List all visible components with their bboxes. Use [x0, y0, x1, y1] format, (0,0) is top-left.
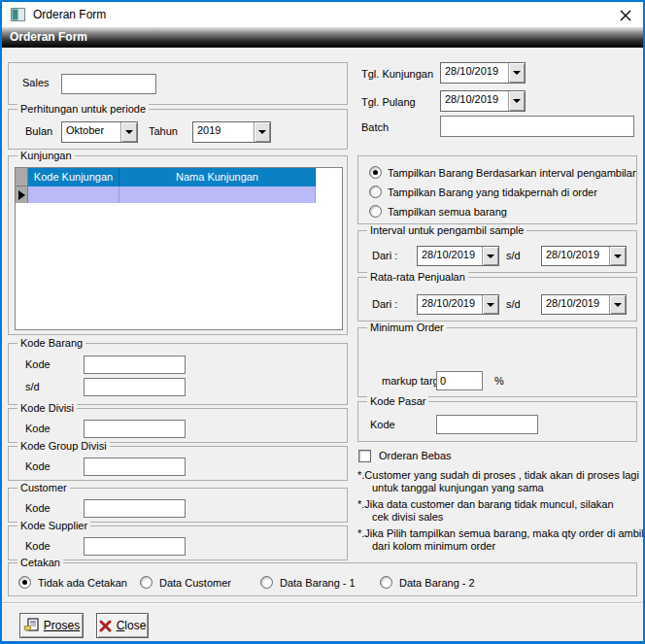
- close-icon[interactable]: [618, 8, 633, 23]
- grid-cell-nama[interactable]: [119, 186, 316, 203]
- radio-tampilkan-interval[interactable]: [369, 166, 382, 179]
- kode-group-divisi-group: Kode Group Divisi Kode: [8, 446, 348, 481]
- rata-rata-group: Rata-rata Penjualan Dari : 28/10/2019 s/…: [357, 277, 637, 322]
- kunjungan-group: Kunjungan Kode Kunjungan Nama Kunjungan: [8, 155, 348, 335]
- orderan-bebas-label[interactable]: Orderan Bebas: [379, 450, 452, 461]
- kode-group-divisi-kode-input[interactable]: [84, 458, 186, 476]
- kode-group-divisi-title: Kode Group Divisi: [17, 440, 110, 453]
- grid-row[interactable]: [16, 186, 342, 203]
- bulan-label: Bulan: [25, 125, 52, 137]
- customer-group: Customer Kode: [8, 488, 348, 523]
- tahun-select[interactable]: 2019: [192, 121, 271, 143]
- kode-pasar-title: Kode Pasar: [367, 395, 428, 408]
- tgl-kunjungan-dropdown-button[interactable]: [508, 63, 525, 83]
- radio-tampilkan-tidak-pernah-label[interactable]: Tampilkan Barang yang tidakpernah di ord…: [388, 186, 597, 198]
- note-line: *.Customer yang sudah di proses , tidak …: [357, 469, 639, 481]
- tgl-pulang-select[interactable]: 28/10/2019: [440, 90, 526, 112]
- chevron-down-icon: [125, 130, 133, 134]
- kode-divisi-kode-input[interactable]: [84, 420, 186, 438]
- kode-barang-sd-input[interactable]: [84, 378, 186, 396]
- chevron-down-icon: [487, 303, 494, 307]
- batch-input[interactable]: [440, 116, 634, 137]
- radio-data-customer-label[interactable]: Data Customer: [159, 577, 231, 589]
- rata-sd-label: s/d: [506, 298, 521, 310]
- interval-title: Interval untuk pengambil sample: [367, 224, 526, 237]
- chevron-down-icon: [614, 254, 622, 258]
- proses-button[interactable]: Proses: [19, 613, 84, 638]
- radio-tidak-ada-cetakan-label[interactable]: Tidak ada Cetakan: [38, 577, 127, 589]
- grid-corner-cell: [16, 168, 28, 186]
- tgl-kunjungan-select[interactable]: 28/10/2019: [440, 62, 526, 84]
- sales-group: Sales: [8, 62, 348, 105]
- percent-label: %: [494, 375, 504, 387]
- kode-barang-kode-label: Kode: [25, 358, 51, 370]
- grid-header-nama-kunjungan[interactable]: Nama Kunjungan: [119, 168, 316, 186]
- kode-pasar-kode-label: Kode: [370, 419, 395, 430]
- orderan-bebas-checkbox[interactable]: [358, 450, 371, 462]
- tampilkan-options-group: Tampilkan Barang Berdasarkan interval pe…: [357, 155, 637, 224]
- customer-kode-input[interactable]: [84, 499, 186, 518]
- kunjungan-grid[interactable]: Kode Kunjungan Nama Kunjungan: [15, 167, 343, 330]
- markup-target-input[interactable]: [436, 371, 483, 390]
- rata-rata-title: Rata-rata Penjualan: [367, 271, 468, 284]
- interval-dari-label: Dari :: [372, 250, 397, 261]
- radio-tampilkan-semua[interactable]: [369, 205, 382, 218]
- kode-supplier-kode-input[interactable]: [84, 537, 186, 556]
- interval-sd-dropdown-button[interactable]: [609, 247, 626, 265]
- tahun-dropdown-button[interactable]: [254, 122, 270, 142]
- kunjungan-title: Kunjungan: [17, 150, 75, 162]
- close-button-label: Close: [117, 619, 147, 632]
- radio-tidak-ada-cetakan[interactable]: [18, 576, 31, 589]
- kode-barang-title: Kode Barang: [17, 337, 85, 350]
- interval-dari-value: 28/10/2019: [418, 247, 482, 265]
- sales-label: Sales: [22, 77, 50, 88]
- orderan-form-window: Orderan Form Orderan Form Sales Perhitun…: [0, 0, 645, 644]
- cetakan-title: Cetakan: [17, 557, 63, 569]
- chevron-down-icon: [614, 303, 622, 307]
- kode-pasar-kode-input[interactable]: [436, 415, 538, 434]
- red-x-icon: [99, 620, 112, 632]
- radio-data-barang-2[interactable]: [380, 576, 392, 589]
- radio-tampilkan-semua-label[interactable]: Tampilkan semua barang: [388, 206, 507, 218]
- form-header-title: Orderan Form: [10, 27, 87, 48]
- footer-divider: [2, 602, 643, 604]
- grid-header-kode-kunjungan[interactable]: Kode Kunjungan: [28, 168, 119, 186]
- note-line: *.Jika Pilih tampilkan semua barang, mak…: [357, 527, 644, 539]
- chevron-down-icon: [513, 71, 521, 75]
- rata-dari-value: 28/10/2019: [418, 295, 482, 314]
- close-button[interactable]: Close: [96, 613, 149, 638]
- bulan-dropdown-button[interactable]: [120, 122, 137, 142]
- proses-button-label: Proses: [44, 619, 80, 632]
- radio-data-barang-2-label[interactable]: Data Barang - 2: [399, 577, 475, 589]
- minimum-order-title: Minimum Order: [367, 322, 447, 334]
- chevron-down-icon: [258, 130, 266, 134]
- bulan-select[interactable]: Oktober: [61, 121, 138, 143]
- radio-tampilkan-interval-label[interactable]: Tampilkan Barang Berdasarkan interval pe…: [388, 167, 637, 179]
- interval-sd-select[interactable]: 28/10/2019: [541, 246, 627, 266]
- rata-sd-dropdown-button[interactable]: [609, 295, 626, 314]
- kode-barang-kode-input[interactable]: [84, 356, 186, 374]
- radio-data-barang-1-label[interactable]: Data Barang - 1: [280, 577, 356, 589]
- rata-dari-dropdown-button[interactable]: [482, 295, 498, 314]
- chevron-down-icon: [513, 99, 521, 103]
- titlebar: Orderan Form: [2, 2, 643, 27]
- note-line: cek divisi sales: [372, 511, 443, 523]
- rata-sd-select[interactable]: 28/10/2019: [541, 294, 627, 315]
- radio-tampilkan-tidak-pernah[interactable]: [369, 186, 382, 198]
- radio-data-customer[interactable]: [140, 576, 153, 589]
- interval-dari-dropdown-button[interactable]: [482, 247, 498, 265]
- rata-dari-label: Dari :: [372, 298, 397, 310]
- sales-input[interactable]: [61, 74, 156, 94]
- interval-dari-select[interactable]: 28/10/2019: [417, 246, 499, 266]
- tahun-label: Tahun: [149, 125, 178, 137]
- grid-cell-kode[interactable]: [28, 186, 119, 203]
- minimum-order-group: Minimum Order markup target %: [357, 327, 637, 397]
- kode-group-divisi-kode-label: Kode: [25, 460, 51, 472]
- tgl-pulang-label: Tgl. Pulang: [361, 96, 416, 108]
- batch-label: Batch: [361, 121, 389, 133]
- tgl-kunjungan-label: Tgl. Kunjungan: [361, 68, 433, 80]
- radio-data-barang-1[interactable]: [260, 576, 273, 589]
- interval-group: Interval untuk pengambil sample Dari : 2…: [357, 230, 637, 273]
- tgl-pulang-dropdown-button[interactable]: [508, 91, 525, 111]
- rata-dari-select[interactable]: 28/10/2019: [417, 294, 499, 315]
